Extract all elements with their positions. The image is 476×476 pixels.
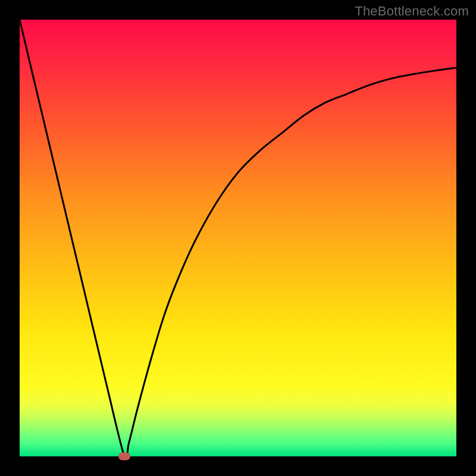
plot-area — [20, 20, 456, 456]
optimal-point-marker — [118, 453, 130, 461]
bottleneck-curve — [20, 20, 456, 456]
chart-frame: TheBottleneck.com — [0, 0, 476, 476]
watermark-text: TheBottleneck.com — [355, 4, 469, 19]
